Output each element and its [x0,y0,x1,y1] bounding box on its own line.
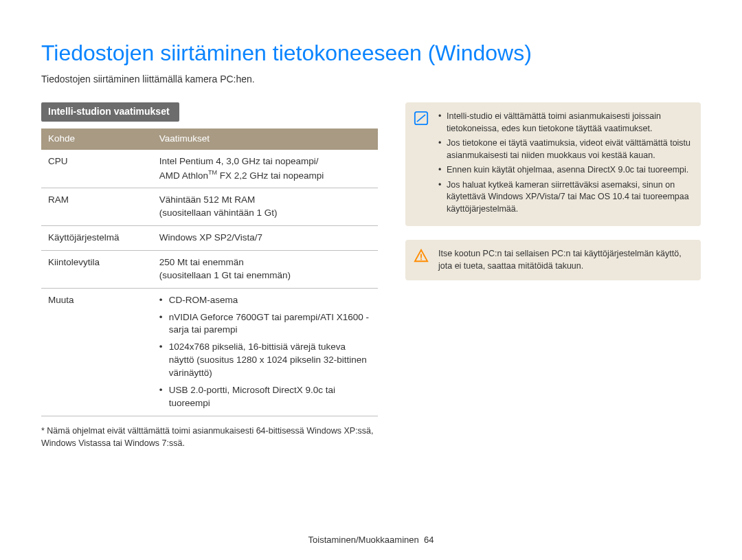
list-item: USB 2.0-portti, Microsoft DirectX 9.0c t… [159,384,371,410]
table-row: CPU Intel Pentium 4, 3,0 GHz tai nopeamp… [41,150,378,188]
table-row: Muuta CD-ROM-asema nVIDIA Geforce 7600GT… [41,288,378,416]
cell-label: Kiintolevytila [41,250,153,288]
list-item: Jos tietokone ei täytä vaatimuksia, vide… [438,137,691,161]
warning-icon [414,248,429,263]
list-item: CD-ROM-asema [159,294,371,307]
page-intro: Tiedostojen siirtäminen liittämällä kame… [41,73,701,87]
info-note-box: Intelli-studio ei välttämättä toimi asia… [405,102,701,226]
cell-value: CD-ROM-asema nVIDIA Geforce 7600GT tai p… [153,288,378,416]
requirements-table: Kohde Vaatimukset CPU Intel Pentium 4, 3… [41,128,378,416]
cell-value: Intel Pentium 4, 3,0 GHz tai nopeampi/AM… [153,150,378,188]
list-item: Ennen kuin käytät ohjelmaa, asenna Direc… [438,164,691,177]
info-icon [414,111,429,126]
table-row: Kiintolevytila 250 Mt tai enemmän(suosit… [41,250,378,288]
footer-page: 64 [424,535,434,545]
cell-label: Muuta [41,288,153,416]
cell-label: Käyttöjärjestelmä [41,225,153,250]
cell-value: 250 Mt tai enemmän(suositellaan 1 Gt tai… [153,250,378,288]
list-item: nVIDIA Geforce 7600GT tai parempi/ATI X1… [159,311,371,337]
cell-label: RAM [41,188,153,226]
warning-note-box: Itse kootun PC:n tai sellaisen PC:n tai … [405,240,701,280]
list-item: Jos haluat kytkeä kameran siirrettäväksi… [438,179,691,216]
list-item: 1024x768 pikseliä, 16-bittisiä värejä tu… [159,341,371,380]
cell-value: Vähintään 512 Mt RAM(suositellaan vähint… [153,188,378,226]
section-heading: Intelli-studion vaatimukset [41,102,179,122]
footnote: * Nämä ohjelmat eivät välttämättä toimi … [41,425,378,449]
page-title: Tiedostojen siirtäminen tietokoneeseen (… [41,38,701,69]
cell-label: CPU [41,150,153,188]
footer-section: Toistaminen/Muokkaaminen [308,535,419,545]
table-header-vaatimukset: Vaatimukset [153,128,378,150]
list-item: Intelli-studio ei välttämättä toimi asia… [438,111,691,135]
table-row: Käyttöjärjestelmä Windows XP SP2/Vista/7 [41,225,378,250]
table-header-kohde: Kohde [41,128,153,150]
table-row: RAM Vähintään 512 Mt RAM(suositellaan vä… [41,188,378,226]
page-footer: Toistaminen/Muokkaaminen 64 [0,534,742,546]
warning-text: Itse kootun PC:n tai sellaisen PC:n tai … [438,249,682,271]
cell-value: Windows XP SP2/Vista/7 [153,225,378,250]
